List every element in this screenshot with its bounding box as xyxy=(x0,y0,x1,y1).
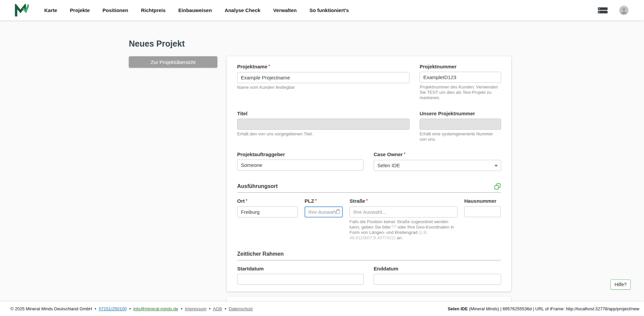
startdatum-label: Startdatum xyxy=(237,266,364,272)
unsere-projektnummer-label: Unsere Projektnummer xyxy=(420,111,501,117)
datenschutz-link[interactable]: Datenschutz xyxy=(229,306,253,311)
copy-icon[interactable] xyxy=(494,183,501,190)
required-asterisk: * xyxy=(315,198,317,203)
hausnummer-label: Hausnummer xyxy=(464,198,501,204)
user-avatar-icon[interactable] xyxy=(619,6,629,15)
agb-link[interactable]: AGB xyxy=(213,306,222,311)
projektauftraggeber-input[interactable] xyxy=(237,160,364,171)
required-asterisk: * xyxy=(404,151,406,156)
plz-label: PLZ* xyxy=(305,198,343,204)
field-enddatum: Enddatum xyxy=(374,266,501,285)
navbar-right xyxy=(598,6,629,15)
logo-m-icon xyxy=(15,4,29,17)
projektauftraggeber-label: Projektauftraggeber xyxy=(237,151,364,157)
strasse-label: Straße* xyxy=(350,198,458,204)
case-owner-label: Case Owner* xyxy=(374,151,501,158)
nav-item-positionen[interactable]: Positionen xyxy=(103,7,128,13)
field-startdatum: Startdatum xyxy=(237,266,364,285)
titel-helper: Erhält den von uns vorgegebenen Titel. xyxy=(237,131,410,137)
field-unsere-projektnummer: Unsere Projektnummer Erhält eine systemg… xyxy=(420,111,501,142)
projektnummer-input[interactable] xyxy=(420,72,501,83)
page-footer: © 2025 Mineral Minds Deutschland GmbH • … xyxy=(0,302,644,316)
case-owner-selected-value: Selen IDE xyxy=(377,163,400,168)
startdatum-input[interactable] xyxy=(237,274,364,285)
field-projektauftraggeber: Projektauftraggeber xyxy=(237,151,364,171)
projektnummer-helper: Projektnummer des Kunden. Verwenden Sie … xyxy=(420,84,501,101)
required-asterisk: * xyxy=(366,198,368,203)
help-button[interactable]: Hilfe? xyxy=(610,279,631,290)
session-details: (Mineral Minds) | 69576255536d | URL of … xyxy=(468,306,639,311)
zeitlicher-rahmen-heading: Zeitlicher Rahmen xyxy=(237,251,284,257)
row-auftraggeber-caseowner: Projektauftraggeber Case Owner* Selen ID… xyxy=(237,151,501,171)
enddatum-input[interactable] xyxy=(374,274,501,285)
ort-input[interactable] xyxy=(237,206,298,217)
mineral-minds-logo[interactable] xyxy=(15,4,29,17)
nav-item-so-funktionierts[interactable]: So funktioniert's xyxy=(309,7,349,13)
row-projektname-projektnummer: Projektname* Name vom Kunden festlegbar … xyxy=(237,64,501,101)
footer-left: © 2025 Mineral Minds Deutschland GmbH • … xyxy=(10,306,253,311)
required-asterisk: * xyxy=(268,64,270,69)
field-hausnummer: Hausnummer xyxy=(464,198,501,241)
case-owner-select[interactable]: Selen IDE xyxy=(374,160,501,171)
nav-item-projekte[interactable]: Projekte xyxy=(70,7,90,13)
nav-item-analyse-check[interactable]: Analyse Check xyxy=(225,7,261,13)
projektname-label: Projektname* xyxy=(237,64,410,70)
loading-spinner-icon xyxy=(336,209,340,214)
projektnummer-label: Projektnummer xyxy=(420,64,501,70)
server-icon[interactable] xyxy=(598,7,608,14)
enddatum-label: Enddatum xyxy=(374,266,501,272)
ausfuehrungsort-heading: Ausführungsort xyxy=(237,183,278,190)
unsere-projektnummer-input xyxy=(420,119,501,130)
field-projektnummer: Projektnummer Projektnummer des Kunden. … xyxy=(420,64,501,101)
top-navbar: Karte Projekte Positionen Richtpreis Ein… xyxy=(0,0,644,20)
hausnummer-input[interactable] xyxy=(464,206,501,217)
titel-input xyxy=(237,119,410,130)
nav-item-richtpreis[interactable]: Richtpreis xyxy=(141,7,165,13)
strasse-helper: Falls die Position keiner Straße zugeord… xyxy=(350,219,458,241)
section-zeitlicher-rahmen: Zeitlicher Rahmen xyxy=(237,251,501,260)
projektname-helper: Name vom Kunden festlegbar xyxy=(237,85,410,90)
titel-label: Titel xyxy=(237,111,410,117)
field-ort: Ort* xyxy=(237,198,298,241)
next-card-sliver xyxy=(227,297,511,302)
row-dates: Startdatum Enddatum xyxy=(237,266,501,285)
footer-session-info: Selen IDE (Mineral Minds) | 69576255536d… xyxy=(448,306,639,311)
project-overview-button[interactable]: Zur Projektübersicht xyxy=(129,56,217,68)
ort-label: Ort* xyxy=(237,198,298,204)
chevron-down-icon xyxy=(494,165,498,167)
field-strasse: Straße* Falls die Position keiner Straße… xyxy=(350,198,458,241)
email-link[interactable]: info@mineral-minds.de xyxy=(133,306,178,311)
nav-item-einbauweisen[interactable]: Einbauweisen xyxy=(178,7,212,13)
field-case-owner: Case Owner* Selen IDE xyxy=(374,151,501,171)
main-nav: Karte Projekte Positionen Richtpreis Ein… xyxy=(44,7,349,13)
row-location: Ort* PLZ* Straße* Falls die Position kei… xyxy=(237,198,501,241)
new-project-form-card: Projektname* Name vom Kunden festlegbar … xyxy=(227,56,511,292)
projektname-input[interactable] xyxy=(237,72,410,83)
page-title: Neues Projekt xyxy=(129,39,185,49)
section-ausfuehrungsort: Ausführungsort xyxy=(237,183,501,193)
required-asterisk: * xyxy=(246,198,248,203)
field-projektname: Projektname* Name vom Kunden festlegbar xyxy=(237,64,410,101)
nav-item-verwalten[interactable]: Verwalten xyxy=(273,7,297,13)
field-titel: Titel Erhält den von uns vorgegebenen Ti… xyxy=(237,111,410,142)
nav-item-karte[interactable]: Karte xyxy=(44,7,57,13)
field-plz: PLZ* xyxy=(305,198,343,241)
copyright-text: © 2025 Mineral Minds Deutschland GmbH xyxy=(10,306,92,311)
phone-link[interactable]: 07151/250100 xyxy=(99,306,127,311)
strasse-input[interactable] xyxy=(350,206,458,217)
session-user: Selen IDE xyxy=(448,306,468,311)
row-titel-unsere-projektnummer: Titel Erhält den von uns vorgegebenen Ti… xyxy=(237,111,501,142)
impressum-link[interactable]: Impressum xyxy=(185,306,206,311)
unsere-projektnummer-helper: Erhält eine systemgenerierte Nummer von … xyxy=(420,131,501,142)
